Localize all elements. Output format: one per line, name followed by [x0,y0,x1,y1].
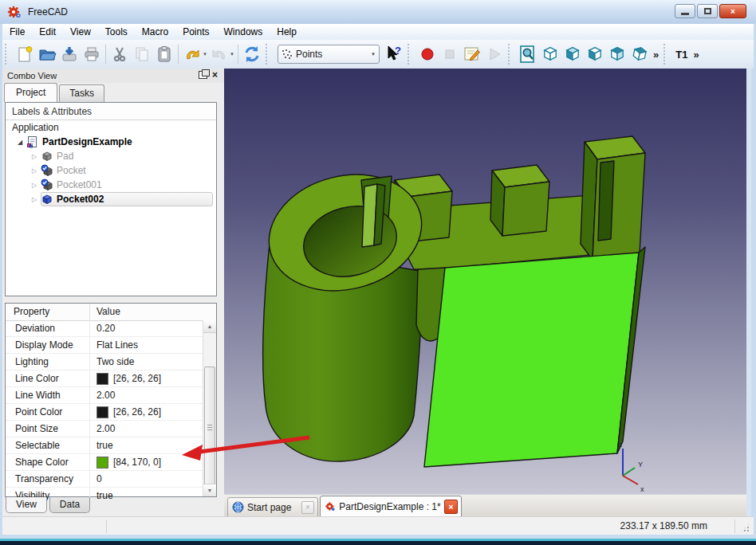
fit-all-button[interactable] [517,43,539,65]
toolbar-handle[interactable] [408,44,414,65]
tab-tasks[interactable]: Tasks [59,84,104,102]
minimize-button[interactable] [675,4,695,18]
property-editor: Property Value Deviation0.20 Display Mod… [5,303,217,497]
property-row-deviation[interactable]: Deviation0.20 [6,320,203,337]
property-row-line-color[interactable]: Line Color[26, 26, 26] [6,371,203,387]
tree-item-application[interactable]: Application [6,120,216,135]
fit-all-icon [518,45,537,64]
undo-dropdown-arrow[interactable]: ▼ [202,52,208,57]
scroll-up-icon[interactable]: ▲ [203,320,216,333]
whats-this-button[interactable]: ? [383,43,405,65]
undo-button[interactable] [181,43,203,65]
column-header-value[interactable]: Value [90,304,216,320]
cut-button[interactable] [108,43,131,65]
maximize-button[interactable] [697,4,718,18]
collapsed-arrow-icon[interactable]: ▷ [30,182,39,189]
title-bar[interactable]: FreeCAD × [0,0,756,24]
macro-stop-button[interactable] [439,43,461,65]
scrollbar-thumb[interactable] [204,367,215,488]
tree-item-pocket002[interactable]: ▷ Pocket002 [6,192,216,206]
workbench-selected-value: Points [293,49,371,60]
tab-view[interactable]: View [6,497,47,513]
document-tab-bar: Start page × PartDesignExample : 1* × [224,494,746,517]
tab-close-icon[interactable]: × [444,500,458,514]
property-row-lighting[interactable]: LightingTwo side [6,354,203,371]
tree-item-pocket[interactable]: ▷ Pocket [6,163,216,178]
view-axonometric-button[interactable] [539,43,561,65]
tab-partdesignexample[interactable]: PartDesignExample : 1* × [320,496,462,517]
3d-viewport[interactable]: z Y x [224,69,746,494]
expanded-arrow-icon[interactable]: ◢ [15,139,25,146]
menu-file[interactable]: File [2,25,32,39]
menu-help[interactable]: Help [270,25,304,39]
column-header-property[interactable]: Property [6,304,90,320]
macro-play-button[interactable] [483,43,506,65]
open-button[interactable] [36,43,58,65]
tab-label[interactable]: Start page [244,502,301,513]
refresh-icon [242,45,262,64]
menu-windows[interactable]: Windows [217,25,270,39]
collapsed-arrow-icon[interactable]: ▷ [30,167,39,174]
macro-edit-button[interactable] [461,43,483,65]
toolbar-handle[interactable] [5,44,11,65]
tab-close-icon[interactable]: × [301,501,314,514]
menu-tools[interactable]: Tools [98,25,135,39]
panel-close-icon[interactable]: × [212,71,218,79]
tree-item-pad[interactable]: ▷ Pad [6,149,216,163]
tab-start-page[interactable]: Start page × [227,497,318,517]
menu-points[interactable]: Points [175,25,216,39]
menu-edit[interactable]: Edit [32,25,63,39]
tab-label[interactable]: PartDesignExample : 1* [336,501,443,512]
redo-button[interactable] [208,43,230,65]
property-row-point-size[interactable]: Point Size2.00 [6,421,203,437]
toolbar-overflow-button[interactable]: » [651,49,661,61]
tree-item-pocket001[interactable]: ▷ Pocket001 [6,178,216,192]
tab-project[interactable]: Project [4,83,57,102]
property-row-line-width[interactable]: Line Width2.00 [6,387,203,404]
collapsed-arrow-icon[interactable]: ▷ [30,196,39,203]
view-rear-button[interactable] [628,43,651,65]
property-row-transparency[interactable]: Transparency0 [6,471,203,488]
view-right-button[interactable] [606,43,628,65]
property-row-selectable[interactable]: Selectabletrue [6,437,203,454]
toolbar-separator [105,45,106,64]
point-color-swatch[interactable] [96,406,108,418]
save-icon [60,45,79,64]
paste-button[interactable] [153,43,175,65]
workbench-selector[interactable]: Points ▼ [278,45,380,64]
scroll-down-icon[interactable]: ▼ [203,484,216,496]
save-button[interactable] [58,43,81,65]
tree-item-partdesignexample[interactable]: ◢ PartDesignExample [6,135,216,149]
toolbar-handle[interactable] [266,44,272,65]
line-color-swatch[interactable] [96,373,108,385]
combo-view-titlebar[interactable]: Combo View × [2,69,224,83]
menu-view[interactable]: View [63,25,98,39]
print-button[interactable] [81,43,103,65]
copy-button[interactable] [131,43,153,65]
tab-data[interactable]: Data [49,497,90,513]
freecad-window: { "window": { "title": "FreeCAD", "statu… [0,0,756,545]
property-row-shape-color[interactable]: Shape Color[84, 170, 0] [6,454,203,471]
resize-grip[interactable] [740,523,750,533]
collapsed-arrow-icon[interactable]: ▷ [30,153,39,160]
menu-macro[interactable]: Macro [135,25,175,39]
view-front-button[interactable] [561,43,584,65]
combo-view-title: Combo View [7,71,57,80]
pocket-feature-icon [41,193,53,206]
new-document-button[interactable] [14,43,36,65]
minimize-icon [681,13,689,15]
macro-record-button[interactable] [416,43,439,65]
window-left-border [0,24,2,539]
property-scrollbar[interactable]: ▲ ▼ [203,320,216,496]
refresh-button[interactable] [241,43,263,65]
copy-icon [133,45,151,63]
toolbar-overflow-button[interactable]: » [691,49,701,61]
close-button[interactable]: × [719,4,746,18]
toolbar-handle[interactable] [663,44,670,65]
panel-float-icon[interactable] [199,71,207,79]
shape-color-swatch[interactable] [96,457,108,469]
property-row-display-mode[interactable]: Display ModeFlat Lines [6,337,203,354]
view-top-button[interactable] [584,43,606,65]
toolbar-handle[interactable] [508,44,514,65]
property-row-point-color[interactable]: Point Color[26, 26, 26] [6,404,203,421]
